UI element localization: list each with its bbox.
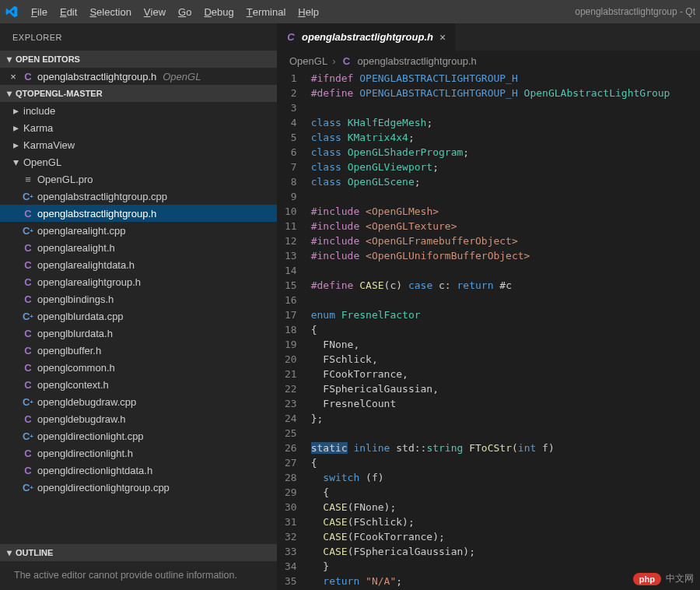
file-item[interactable]: Copenglarealight.h [0,239,277,256]
open-editor-sub: OpenGL [163,71,201,83]
menu-bar: FileEditSelectionViewGoDebugTerminalHelp [25,0,325,23]
code-area[interactable]: 1234567891011121314151617181920212223242… [277,71,700,590]
cpp-file-icon: C+ [22,430,34,442]
cpp-file-icon: C+ [22,310,34,322]
chevron-down-icon: ▾ [11,156,20,168]
line-gutter: 1234567891011121314151617181920212223242… [277,71,311,590]
c-file-icon: C [341,54,353,67]
open-editor-item[interactable]: × C openglabstractlightgroup.h OpenGL [0,68,277,85]
file-item[interactable]: ≡OpenGL.pro [0,170,277,188]
menu-edit[interactable]: Edit [54,0,83,23]
breadcrumbs[interactable]: OpenGL › C openglabstractlightgroup.h [277,51,700,71]
main-area: EXPLORER ▾ OPEN EDITORS × C openglabstra… [0,23,700,590]
c-file-icon: C [22,276,34,288]
c-file-icon: C [285,31,297,44]
menu-file[interactable]: File [25,0,54,23]
file-item[interactable]: Copengldirectionlightdata.h [0,462,277,479]
chevron-down-icon: ▾ [3,547,16,558]
workspace-label: QTOPENGL-MASTER [16,89,103,98]
file-item[interactable]: C+openglblurdata.cpp [0,307,277,325]
window-title: openglabstractlightgroup - Qt [575,6,695,17]
workspace-header[interactable]: ▾ QTOPENGL-MASTER [0,85,277,102]
cpp-file-icon: C+ [22,224,34,237]
sidebar: EXPLORER ▾ OPEN EDITORS × C openglabstra… [0,23,277,590]
menu-view[interactable]: View [138,0,172,23]
folder-opengl[interactable]: ▾OpenGL [0,153,277,170]
c-file-icon: C [22,464,34,476]
tab-name: openglabstractlightgroup.h [302,31,433,43]
file-item[interactable]: C+opengldebugdraw.cpp [0,393,277,410]
breadcrumb-item[interactable]: openglabstractlightgroup.h [358,55,477,67]
chevron-right-icon: ▸ [11,104,20,117]
menu-help[interactable]: Help [292,0,325,23]
close-icon[interactable]: × [438,31,447,44]
titlebar: FileEditSelectionViewGoDebugTerminalHelp… [0,0,700,23]
open-editors-header[interactable]: ▾ OPEN EDITORS [0,51,277,68]
folder-include[interactable]: ▸include [0,102,277,119]
code-content[interactable]: #ifndef OPENGLABSTRACTLIGHTGROUP_H#defin… [311,71,686,590]
file-item[interactable]: Copenglbuffer.h [0,342,277,359]
menu-selection[interactable]: Selection [83,0,137,23]
file-item[interactable]: Copenglcommon.h [0,359,277,376]
file-item[interactable]: C+opengldirectionlightgroup.cpp [0,479,277,496]
file-item[interactable]: Copenglcontext.h [0,376,277,393]
tab-active[interactable]: C openglabstractlightgroup.h × [277,23,456,51]
file-item[interactable]: Copenglarealightgroup.h [0,273,277,290]
outline-empty-message: The active editor cannot provide outline… [0,561,277,591]
c-file-icon: C [22,293,34,305]
c-file-icon: C [22,70,34,83]
open-editors-label: OPEN EDITORS [16,54,80,64]
file-item[interactable]: Copenglabstractlightgroup.h [0,205,277,222]
outline-header[interactable]: ▾ OUTLINE [0,544,277,561]
cpp-file-icon: C+ [22,395,34,408]
chevron-down-icon: ▾ [3,54,16,65]
file-icon: ≡ [22,173,34,185]
open-editor-name: openglabstractlightgroup.h [37,71,156,83]
c-file-icon: C [22,258,34,271]
file-item[interactable]: Copengldebugdraw.h [0,410,277,427]
editor-tabs: C openglabstractlightgroup.h × [277,23,700,51]
file-tree[interactable]: ▸include▸Karma▸KarmaView▾OpenGL≡OpenGL.p… [0,102,277,544]
chevron-right-icon: ▸ [11,121,20,134]
file-item[interactable]: C+opengldirectionlight.cpp [0,427,277,444]
cpp-file-icon: C+ [22,481,34,493]
file-item[interactable]: C+openglarealight.cpp [0,222,277,239]
c-file-icon: C [22,344,34,356]
file-item[interactable]: Copenglblurdata.h [0,325,277,342]
chevron-right-icon: › [332,55,335,67]
file-item[interactable]: C+openglabstractlightgroup.cpp [0,188,277,205]
c-file-icon: C [22,207,34,219]
editor: C openglabstractlightgroup.h × OpenGL › … [277,23,700,590]
chevron-down-icon: ▾ [3,88,16,99]
folder-karma[interactable]: ▸Karma [0,119,277,136]
file-item[interactable]: Copenglbindings.h [0,290,277,307]
close-icon[interactable]: × [8,71,19,83]
explorer-title: EXPLORER [0,23,277,51]
menu-debug[interactable]: Debug [198,0,240,23]
c-file-icon: C [22,327,34,339]
c-file-icon: C [22,241,34,254]
vscode-logo-icon [5,5,19,19]
folder-karmaview[interactable]: ▸KarmaView [0,136,277,153]
c-file-icon: C [22,447,34,459]
c-file-icon: C [22,413,34,425]
file-item[interactable]: Copenglarealightdata.h [0,256,277,273]
c-file-icon: C [22,378,34,391]
menu-terminal[interactable]: Terminal [240,0,292,23]
menu-go[interactable]: Go [172,0,198,23]
c-file-icon: C [22,361,34,374]
cpp-file-icon: C+ [22,190,34,202]
breadcrumb-item[interactable]: OpenGL [289,55,327,67]
chevron-right-icon: ▸ [11,139,20,151]
file-item[interactable]: Copengldirectionlight.h [0,444,277,462]
outline-label: OUTLINE [16,548,53,557]
